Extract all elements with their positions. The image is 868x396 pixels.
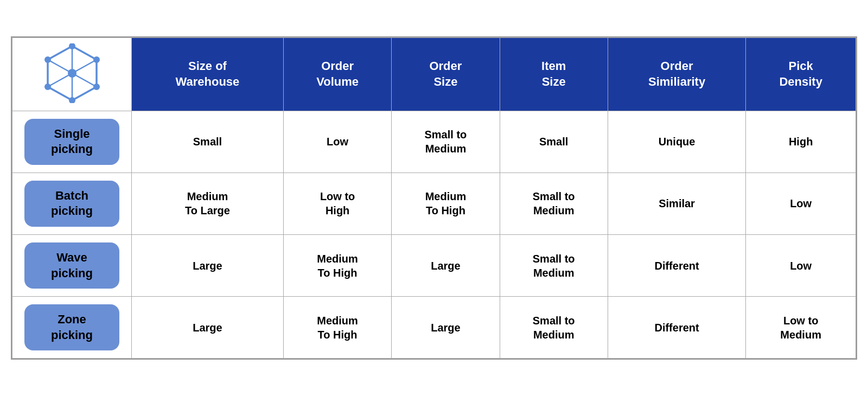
logo-icon — [40, 43, 105, 103]
header-size-of-warehouse: Size ofWarehouse — [132, 37, 284, 111]
row-label-0: Singlepicking — [24, 119, 119, 165]
data-cell-0-2: Small toMedium — [392, 111, 500, 173]
header-row: Size ofWarehouse OrderVolume OrderSize I… — [12, 37, 856, 111]
row-label-1: Batchpicking — [24, 181, 119, 227]
header-order-volume: OrderVolume — [283, 37, 391, 111]
row-label-cell-3: Zonepicking — [12, 297, 132, 359]
main-table-wrapper: Size ofWarehouse OrderVolume OrderSize I… — [11, 36, 857, 360]
data-cell-0-3: Small — [500, 111, 608, 173]
row-label-2: Wavepicking — [24, 242, 119, 289]
data-cell-2-1: MediumTo High — [283, 235, 391, 297]
data-cell-2-5: Low — [746, 235, 856, 297]
data-cell-1-0: MediumTo Large — [132, 173, 284, 234]
row-label-cell-0: Singlepicking — [12, 111, 132, 173]
data-cell-0-5: High — [746, 111, 856, 173]
header-order-size: OrderSize — [392, 37, 500, 111]
svg-line-13 — [48, 60, 72, 73]
data-cell-2-2: Large — [392, 235, 500, 297]
svg-line-10 — [72, 73, 97, 87]
table-row: BatchpickingMediumTo LargeLow toHighMedi… — [12, 173, 856, 234]
data-cell-3-1: MediumTo High — [283, 297, 391, 359]
data-cell-0-4: Unique — [608, 111, 745, 173]
data-cell-1-2: MediumTo High — [392, 173, 500, 234]
data-cell-3-4: Different — [608, 297, 745, 359]
data-cell-1-4: Similar — [608, 173, 745, 234]
data-cell-2-3: Small toMedium — [500, 235, 608, 297]
table-row: WavepickingLargeMediumTo HighLargeSmall … — [12, 235, 856, 297]
data-cell-0-1: Low — [283, 111, 391, 173]
data-cell-2-0: Large — [132, 235, 284, 297]
svg-line-9 — [72, 60, 97, 73]
table-row: ZonepickingLargeMediumTo HighLargeSmall … — [12, 297, 856, 359]
svg-line-12 — [48, 73, 72, 87]
header-order-similarity: OrderSimiliarity — [608, 37, 745, 111]
row-label-cell-1: Batchpicking — [12, 173, 132, 234]
data-cell-2-4: Different — [608, 235, 745, 297]
data-cell-1-1: Low toHigh — [283, 173, 391, 234]
header-pick-density: PickDensity — [746, 37, 856, 111]
row-label-3: Zonepicking — [24, 304, 119, 350]
header-item-size: ItemSize — [500, 37, 608, 111]
data-cell-3-0: Large — [132, 297, 284, 359]
data-cell-3-3: Small toMedium — [500, 297, 608, 359]
picking-comparison-table: Size ofWarehouse OrderVolume OrderSize I… — [12, 37, 856, 359]
logo-cell — [12, 37, 132, 111]
data-cell-1-3: Small toMedium — [500, 173, 608, 234]
row-label-cell-2: Wavepicking — [12, 235, 132, 297]
data-cell-1-5: Low — [746, 173, 856, 234]
data-cell-3-5: Low toMedium — [746, 297, 856, 359]
data-cell-3-2: Large — [392, 297, 500, 359]
data-cell-0-0: Small — [132, 111, 284, 173]
table-row: SinglepickingSmallLowSmall toMediumSmall… — [12, 111, 856, 173]
